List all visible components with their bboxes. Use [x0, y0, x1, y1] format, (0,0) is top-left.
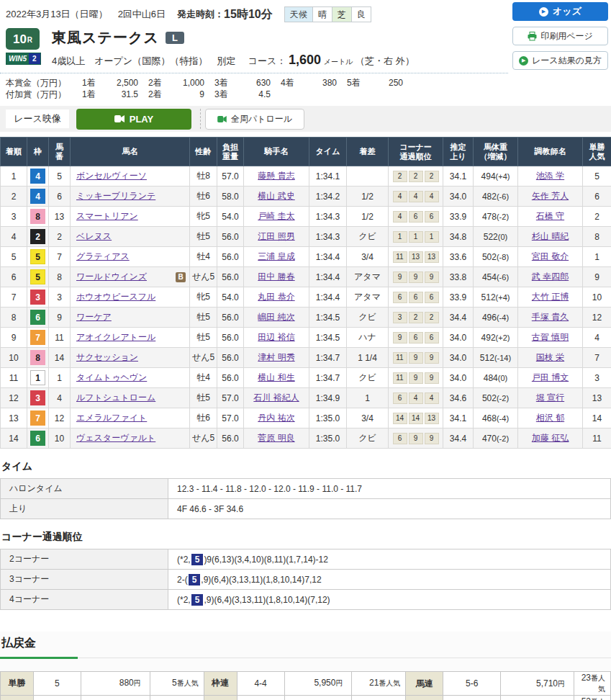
horse-name-link[interactable]: ワールドウインズ	[76, 272, 147, 282]
corner-position: 2	[393, 171, 407, 182]
trainer-link[interactable]: 国枝 栄	[536, 352, 564, 362]
trainer-cell: 国枝 栄	[518, 348, 583, 368]
trainer-link[interactable]: 武 幸四郎	[532, 272, 569, 282]
jockey-link[interactable]: 三浦 皇成	[258, 251, 294, 261]
jockey-link[interactable]: 戸崎 圭太	[258, 211, 294, 221]
prize-place-label: 3着	[214, 89, 235, 100]
frame-number-badge: 7	[30, 330, 45, 345]
horse-name-link[interactable]: ミッキーブリランテ	[76, 191, 155, 201]
trainer-link[interactable]: 加藤 征弘	[532, 433, 569, 443]
win5-logo: WIN5	[6, 53, 29, 64]
horse-name-cell: グラティアス	[71, 247, 190, 267]
trainer-link[interactable]: 相沢 郁	[536, 413, 564, 423]
jockey-link[interactable]: 田中 勝春	[258, 272, 294, 282]
body-weight-diff: (-2)	[497, 434, 509, 443]
trainer-link[interactable]: 宮田 敬介	[532, 251, 569, 261]
trainer-link[interactable]: 石橋 守	[536, 211, 564, 221]
blinker-badge: B	[176, 272, 186, 282]
estimated-last-3f: 34.1	[443, 166, 474, 187]
results-guide-button[interactable]: ▶ レース結果の見方	[512, 51, 608, 70]
jockey-link[interactable]: 江田 照男	[258, 231, 294, 241]
horse-name-link[interactable]: ヴェスターヴァルト	[76, 433, 155, 443]
horse-name-link[interactable]: アオイクレアトール	[76, 332, 155, 342]
track-value: 良	[351, 7, 371, 22]
jockey-link[interactable]: 嶋田 純次	[258, 312, 294, 322]
jockey-link[interactable]: 藤懸 貴志	[258, 171, 294, 181]
trainer-link[interactable]: 大竹 正博	[532, 292, 569, 302]
corner-position: 9	[393, 272, 407, 283]
jockey-link[interactable]: 丸田 恭介	[258, 292, 294, 302]
jockey-cell: 丹内 祐次	[244, 408, 309, 428]
payout-row: 複勝5230円5番人気	[1, 695, 204, 700]
result-row: 3813スマートリアン牝554.0戸崎 圭太1:34.31/246633.947…	[1, 207, 611, 227]
trainer-link[interactable]: 堀 宣行	[536, 392, 564, 403]
play-button[interactable]: PLAY	[76, 109, 191, 130]
horse-name-link[interactable]: ボンセルヴィーソ	[76, 171, 147, 181]
body-weight-diff: (-2)	[497, 212, 509, 221]
corner-passing-cell: 444	[389, 187, 443, 207]
jockey-link[interactable]: 田辺 裕信	[258, 332, 294, 342]
horse-name-link[interactable]: グラティアス	[76, 251, 130, 261]
frame-number-badge: 1	[30, 370, 45, 385]
carried-weight: 56.0	[217, 328, 244, 348]
horse-name-link[interactable]: エメラルファイト	[76, 413, 147, 423]
patrol-video-button[interactable]: 全周パトロール	[205, 109, 304, 130]
trainer-link[interactable]: 杉山 晴紀	[532, 231, 569, 241]
body-weight: 470(-2)	[474, 428, 518, 449]
margin: 3/4	[347, 408, 389, 428]
jockey-link[interactable]: 津村 明秀	[258, 352, 294, 362]
estimated-last-3f: 33.9	[443, 207, 474, 227]
corner-row-label: 4コーナー	[1, 590, 168, 610]
odds-button[interactable]: ▶ オッズ	[512, 2, 608, 21]
jockey-link[interactable]: 菅原 明良	[258, 433, 294, 443]
horse-name-link[interactable]: ワーケア	[76, 312, 112, 322]
horse-name-link[interactable]: ルフトシュトローム	[76, 392, 155, 403]
payout-amount: 5,710円	[501, 672, 574, 695]
results-header-row: 着順枠馬 番馬名性齢負担 重量騎手名タイム着差コーナー 通過順位推定 上り馬体重…	[1, 138, 611, 166]
horse-name-cell: ワーケア	[71, 308, 190, 328]
frame-cell: 5	[27, 247, 49, 267]
corner-position: 14	[393, 413, 407, 424]
horse-name-link[interactable]: タイムトゥヘヴン	[76, 372, 147, 382]
trainer-link[interactable]: 池添 学	[536, 171, 564, 181]
corner-row-value: (*2,5)9(6,13)(3,4,10)(8,11)(1,7,14)-12	[168, 549, 611, 570]
horse-name-link[interactable]: ベレヌス	[76, 231, 112, 241]
results-column-header: 馬 番	[49, 138, 71, 166]
finish-time: 1:34.5	[309, 308, 347, 328]
jockey-link[interactable]: 横山 武史	[258, 191, 294, 201]
results-column-header: 性齢	[190, 138, 217, 166]
jockey-link[interactable]: 丹内 祐次	[258, 413, 294, 423]
payout-combination: 5-6	[443, 695, 501, 700]
print-page-button[interactable]: 印刷用ページ	[512, 27, 608, 45]
carried-weight: 57.0	[217, 388, 244, 408]
jockey-link[interactable]: 横山 和生	[258, 372, 294, 382]
sex-age: 牝5	[190, 287, 217, 308]
horse-name-link[interactable]: スマートリアン	[76, 211, 138, 221]
corner-passing-cell: 966	[389, 328, 443, 348]
sex-age: 牡5	[190, 308, 217, 328]
trainer-link[interactable]: 古賀 慎明	[532, 332, 569, 342]
sex-age: せん5	[190, 348, 217, 368]
horse-name-link[interactable]: ホウオウピースフル	[76, 292, 155, 302]
finish-time: 1:34.4	[309, 287, 347, 308]
body-weight-diff: (0)	[498, 374, 507, 382]
result-row: 1111タイムトゥヘヴン牡456.0横山 和生1:34.7クビ119934.04…	[1, 368, 611, 388]
trainer-link[interactable]: 戸田 博文	[532, 372, 569, 382]
time-row-value: 4F 46.6 - 3F 34.6	[168, 499, 611, 519]
corner-position: 13	[409, 251, 423, 263]
body-weight: 478(-2)	[474, 207, 518, 227]
finish-position: 10	[1, 348, 27, 368]
video-bar: レース映像 PLAY 全周パトロール	[0, 106, 611, 132]
trainer-link[interactable]: 手塚 貴久	[532, 312, 569, 322]
result-row: 422ベレヌス牡556.0江田 照男1:34.3クビ11134.8522(0)杉…	[1, 227, 611, 247]
race-video-button[interactable]: レース映像	[6, 109, 69, 128]
horse-name-link[interactable]: サクセッション	[76, 352, 138, 362]
frame-number-badge: 6	[30, 310, 45, 325]
race-number: 10	[13, 33, 27, 45]
vertical-divider	[200, 109, 201, 129]
jockey-link[interactable]: 石川 裕紀人	[253, 392, 299, 403]
trainer-link[interactable]: 矢作 芳人	[532, 191, 569, 201]
corner-passing-cell: 1199	[389, 348, 443, 368]
margin: 1 1/4	[347, 348, 389, 368]
frame-number-badge: 4	[30, 169, 45, 184]
